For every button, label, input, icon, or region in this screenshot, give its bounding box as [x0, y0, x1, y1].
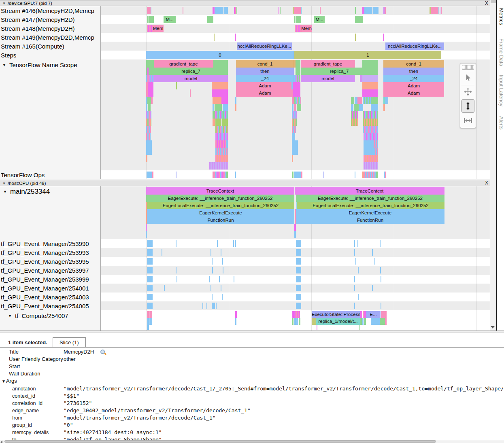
- trace-slice[interactable]: [293, 82, 300, 89]
- trace-slice[interactable]: [292, 155, 293, 162]
- trace-slice[interactable]: [221, 97, 228, 104]
- trace-slice[interactable]: [296, 276, 301, 282]
- trace-slice[interactable]: TraceContext: [295, 187, 444, 195]
- trace-slice[interactable]: [215, 126, 228, 133]
- trace-slice[interactable]: [176, 267, 177, 273]
- trace-slice[interactable]: [215, 111, 228, 119]
- trace-slice[interactable]: [212, 82, 228, 89]
- trace-slice[interactable]: [149, 318, 152, 325]
- trace-slice[interactable]: [296, 75, 300, 82]
- trace-slice[interactable]: [235, 318, 236, 325]
- trace-slice[interactable]: [215, 104, 222, 111]
- gpu-panel-close-button[interactable]: X: [483, 0, 490, 6]
- trace-slice[interactable]: [212, 89, 228, 97]
- trace-slice[interactable]: [362, 60, 378, 68]
- trace-slice[interactable]: [351, 97, 354, 104]
- trace-slice[interactable]: [147, 285, 153, 291]
- trace-slice[interactable]: [146, 155, 147, 162]
- trace-slice[interactable]: [364, 155, 378, 162]
- tab-frame-data[interactable]: Frame Data: [498, 38, 504, 66]
- trace-slice[interactable]: [292, 126, 296, 133]
- trace-slice[interactable]: [147, 240, 153, 247]
- trace-slice[interactable]: [147, 25, 153, 32]
- trace-slice[interactable]: [364, 172, 376, 178]
- collapse-icon[interactable]: ▼: [3, 190, 7, 194]
- trace-slice[interactable]: [351, 119, 358, 126]
- trace-slice[interactable]: [323, 172, 324, 178]
- trace-slice[interactable]: FunctionRun: [296, 216, 444, 224]
- trace-slice[interactable]: [292, 104, 293, 111]
- trace-slice[interactable]: EagerExecute: __inference_train_function…: [146, 195, 294, 202]
- trace-slice[interactable]: [234, 276, 234, 282]
- trace-slice[interactable]: [355, 172, 355, 178]
- trace-slice[interactable]: [294, 318, 296, 325]
- trace-slice[interactable]: then: [383, 68, 444, 75]
- trace-slice[interactable]: Mem: [153, 25, 164, 32]
- trace-slice[interactable]: [223, 104, 228, 111]
- trace-slice[interactable]: [431, 7, 438, 14]
- trace-slice[interactable]: [147, 7, 151, 14]
- trace-slice[interactable]: [221, 249, 221, 256]
- trace-slice[interactable]: [373, 7, 379, 14]
- trace-slice[interactable]: [235, 34, 236, 41]
- trace-slice[interactable]: [147, 318, 149, 325]
- trace-slice[interactable]: [293, 89, 300, 97]
- tab-alerts[interactable]: Alerts: [498, 116, 504, 129]
- trace-slice[interactable]: [355, 97, 357, 104]
- scroll-left-arrow-icon[interactable]: [0, 441, 2, 443]
- scroll-down-arrow-icon[interactable]: [491, 326, 495, 329]
- trace-slice[interactable]: [354, 240, 355, 247]
- trace-slice[interactable]: [216, 303, 217, 309]
- trace-slice[interactable]: ExecutorState::Process: [312, 311, 360, 318]
- trace-slice[interactable]: 1: [294, 51, 441, 59]
- trace-slice[interactable]: [211, 285, 211, 291]
- trace-slice[interactable]: [221, 285, 221, 291]
- trace-slice[interactable]: [292, 97, 294, 104]
- trace-slice[interactable]: M...: [314, 16, 325, 23]
- trace-slice[interactable]: [234, 7, 235, 14]
- trace-slice[interactable]: [294, 231, 296, 238]
- trace-slice[interactable]: [372, 249, 373, 256]
- trace-slice[interactable]: [354, 303, 355, 309]
- trace-slice[interactable]: [146, 126, 151, 133]
- trace-slice[interactable]: [355, 7, 356, 14]
- trace-slice[interactable]: [292, 119, 297, 126]
- trace-slice[interactable]: [215, 7, 223, 14]
- trace-slice[interactable]: [217, 240, 218, 247]
- trace-slice[interactable]: [374, 258, 375, 265]
- trace-slice[interactable]: [362, 318, 364, 325]
- trace-slice[interactable]: [214, 172, 226, 178]
- trace-slice[interactable]: [292, 133, 295, 140]
- trace-slice[interactable]: [149, 75, 154, 82]
- collapse-icon[interactable]: ▼: [8, 314, 12, 318]
- trace-slice[interactable]: [213, 60, 228, 68]
- trace-slice[interactable]: [212, 267, 213, 273]
- trace-slice[interactable]: [292, 140, 298, 148]
- collapse-icon[interactable]: ▼: [2, 63, 6, 67]
- trace-slice[interactable]: [147, 258, 153, 265]
- trace-slice[interactable]: [295, 25, 301, 32]
- trace-slice[interactable]: [148, 325, 149, 330]
- timing-tool-button[interactable]: [461, 114, 474, 127]
- trace-slice[interactable]: [213, 104, 214, 111]
- trace-slice[interactable]: [235, 240, 236, 247]
- trace-slice[interactable]: TraceContext: [146, 187, 294, 195]
- tab-metrics[interactable]: Metrics: [498, 8, 504, 25]
- trace-slice[interactable]: [296, 285, 301, 291]
- trace-slice[interactable]: [385, 172, 386, 178]
- trace-slice[interactable]: [371, 104, 378, 111]
- trace-slice[interactable]: gradient_tape: [154, 60, 213, 68]
- trace-slice[interactable]: [296, 294, 301, 300]
- trace-slice[interactable]: [320, 7, 321, 14]
- trace-slice[interactable]: [351, 111, 358, 119]
- trace-slice[interactable]: [147, 311, 149, 318]
- trace-slice[interactable]: _24: [236, 75, 294, 82]
- trace-slice[interactable]: [235, 97, 236, 104]
- trace-slice[interactable]: ncclAllReduceRingLLKe...: [237, 42, 292, 50]
- trace-slice[interactable]: [364, 162, 378, 170]
- trace-slice[interactable]: [385, 7, 386, 14]
- trace-slice[interactable]: [147, 267, 153, 273]
- trace-slice[interactable]: E...: [366, 311, 381, 318]
- trace-slice[interactable]: [215, 140, 226, 148]
- trace-slice[interactable]: then: [236, 68, 294, 75]
